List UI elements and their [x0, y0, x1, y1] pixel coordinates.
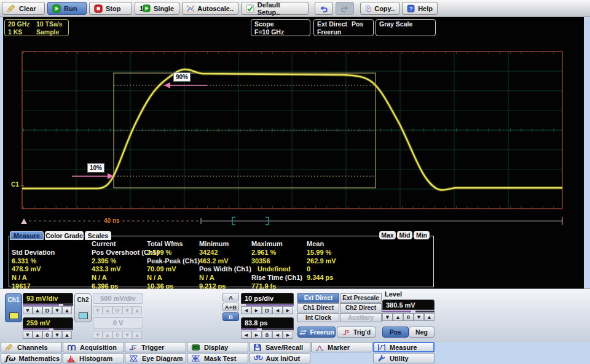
menu-aux-in-out[interactable]: ↺↻ Aux In/Out	[249, 353, 310, 363]
ch1-offset-fine-up-button[interactable]: ▲	[33, 331, 42, 339]
ch2-offset-fine-up-button[interactable]: ▲	[103, 331, 112, 339]
timebase-a-button[interactable]: A	[222, 293, 239, 301]
menu-display[interactable]: Display	[187, 342, 248, 352]
redo-button[interactable]	[336, 2, 354, 15]
run-button[interactable]: Run	[47, 2, 87, 15]
menu-histogram[interactable]: Histogram	[63, 353, 124, 363]
min-button[interactable]: Min	[414, 231, 430, 239]
ch1-offset-fine-down-button[interactable]: ▼	[23, 331, 33, 339]
timebase-a-plus-b-button[interactable]: A+B	[222, 303, 239, 311]
ch1-offset-coarse-down-button[interactable]: ▼	[52, 331, 62, 339]
ch1-scale-slider[interactable]	[23, 304, 73, 306]
ch1-scale-fine-down-button[interactable]: ▼	[23, 306, 33, 314]
mid-button[interactable]: Mid	[397, 231, 412, 239]
timebase-scale-coarse-right-button[interactable]: ▶	[283, 306, 293, 314]
level-display[interactable]: 380.5 mV	[382, 300, 435, 310]
level-slider[interactable]	[382, 311, 435, 312]
single-acquisition-icon: 1	[140, 4, 151, 13]
default-setup-button[interactable]: Default Setup..	[241, 2, 309, 15]
freerun-button[interactable]: Freerun	[297, 327, 336, 338]
stop-button[interactable]: Stop	[89, 2, 132, 15]
ch2-scale-default-button[interactable]: D	[112, 306, 122, 314]
timebase-delay-coarse-right-button[interactable]: ▶	[283, 331, 293, 339]
slope-pos-button[interactable]: Pos	[382, 327, 409, 338]
timebase-delay-display[interactable]: 83.8 ps	[241, 317, 294, 328]
timebase-b-button[interactable]: B	[222, 312, 239, 321]
ch2-scale-display[interactable]: 500 mV/div	[93, 293, 143, 304]
single-button[interactable]: 1 Single	[135, 2, 179, 15]
timebase-scale-fine-left-button[interactable]: ◀	[241, 306, 251, 314]
menu-mathematics[interactable]: ƒω Mathematics	[1, 353, 62, 363]
timebase-delay-slider[interactable]	[241, 328, 294, 330]
ch2-scale-coarse-down-button[interactable]: ▼	[122, 306, 132, 314]
trigger-ch1-direct-button[interactable]: Ch1 Direct	[297, 303, 339, 312]
ch1-button[interactable]: Ch1	[5, 293, 22, 322]
menu-acquisition[interactable]: Acquisition	[63, 342, 124, 352]
cell: 70.09 mV	[147, 265, 199, 274]
cell: 15.99 %	[307, 249, 365, 257]
timebase-scale-coarse-left-button[interactable]: ◀	[272, 306, 283, 314]
row-label: Pos Overshoot (Ch1)	[92, 249, 147, 257]
left-arrow-icon: ◀	[245, 308, 248, 313]
timebase-scale-slider[interactable]	[241, 304, 294, 306]
timebase-marker-triangle[interactable]	[21, 219, 27, 224]
tab-measure[interactable]: Measure	[10, 231, 44, 240]
menu-mask-test[interactable]: Mask Test	[187, 353, 248, 363]
waveform-plot	[3, 17, 584, 229]
trigd-button[interactable]: Trig'd	[337, 327, 376, 338]
menu-marker[interactable]: Marker	[311, 342, 372, 352]
menu-utility[interactable]: Utility	[373, 353, 435, 363]
ch1-scale-coarse-up-button[interactable]: ▲	[62, 306, 72, 314]
menu-eye-diagram[interactable]: Eye Diagram	[125, 353, 186, 363]
timebase-scale-default-button[interactable]: D	[262, 306, 272, 314]
ch2-scale-coarse-up-button[interactable]: ▲	[132, 306, 142, 314]
ch1-offset-slider[interactable]	[23, 328, 73, 330]
ch2-scale-fine-up-button[interactable]: ▲	[103, 306, 112, 314]
ch2-offset-coarse-up-button[interactable]: ▲	[132, 331, 142, 339]
ch2-offset-fine-down-button[interactable]: ▼	[93, 331, 103, 339]
level-fine-up-button[interactable]: ▲	[393, 313, 403, 321]
ch1-scale-coarse-down-button[interactable]: ▼	[52, 306, 62, 314]
level-zero-button[interactable]: 0	[403, 313, 414, 321]
ch1-scale-display[interactable]: 93 mV/div	[23, 293, 73, 304]
max-button[interactable]: Max	[379, 231, 396, 239]
timebase-delay-coarse-left-button[interactable]: ◀	[272, 331, 283, 339]
help-button[interactable]: ? Help	[402, 2, 438, 15]
ch1-scale-default-button[interactable]: D	[42, 306, 52, 314]
trigger-ext-prescale-button[interactable]: Ext Prescale	[340, 293, 382, 303]
level-coarse-up-button[interactable]: ▲	[424, 313, 435, 321]
ch1-offset-coarse-up-button[interactable]: ▲	[62, 331, 72, 339]
down-arrow-icon: ▼	[96, 333, 99, 338]
timebase-scale-display[interactable]: 10 ps/div	[241, 293, 294, 304]
trigger-int-clock-button[interactable]: Int Clock	[297, 313, 339, 322]
trigger-ch2-direct-button[interactable]: Ch2 Direct	[340, 303, 382, 312]
ch2-offset-coarse-down-button[interactable]: ▼	[122, 331, 132, 339]
clear-button[interactable]: Clear	[2, 2, 45, 15]
ch2-button[interactable]: Ch2	[74, 293, 92, 322]
timebase-delay-fine-right-button[interactable]: ▶	[251, 331, 262, 339]
menu-save-recall[interactable]: Save/Recall	[249, 342, 310, 352]
autoscale-button[interactable]: Autoscale..	[182, 2, 238, 15]
ch2-scale-fine-down-button[interactable]: ▼	[93, 306, 103, 314]
tab-scales[interactable]: Scales	[85, 231, 111, 240]
trigger-auxiliary-button[interactable]: Auxiliary	[340, 313, 382, 322]
marker-pulse-icon	[315, 343, 324, 352]
level-fine-down-button[interactable]: ▼	[382, 313, 393, 321]
trigger-ext-direct-button[interactable]: Ext Direct	[297, 293, 339, 303]
ch1-scale-fine-up-button[interactable]: ▲	[33, 306, 42, 314]
copy-button[interactable]: Copy..	[360, 2, 399, 15]
level-coarse-down-button[interactable]: ▼	[414, 313, 424, 321]
slope-neg-button[interactable]: Neg	[409, 327, 435, 338]
menu-channels[interactable]: Channels	[1, 342, 62, 352]
ch2-offset-zero-button[interactable]: 0	[112, 331, 122, 339]
menu-trigger[interactable]: Trigger	[125, 342, 186, 352]
timebase-delay-fine-left-button[interactable]: ◀	[241, 331, 251, 339]
ch2-offset-display[interactable]: 0 V	[93, 317, 143, 328]
tab-color-grade[interactable]: Color Grade	[45, 231, 84, 240]
menu-measure[interactable]: Measure	[373, 342, 435, 352]
undo-button[interactable]	[315, 2, 333, 15]
ch1-offset-zero-button[interactable]: 0	[42, 331, 52, 339]
ch1-offset-display[interactable]: 259 mV	[23, 317, 73, 328]
timebase-scale-fine-right-button[interactable]: ▶	[251, 306, 262, 314]
timebase-delay-zero-button[interactable]: 0	[262, 331, 272, 339]
